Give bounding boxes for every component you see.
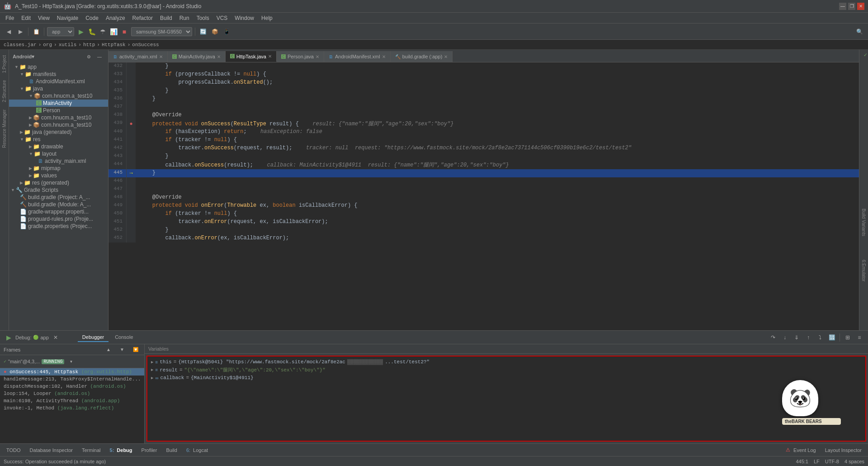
btab-logcat[interactable]: 6: Logcat [182, 446, 212, 454]
var-item-callback[interactable]: ▶ ∞ callback = {MainActivity$1@4911} [149, 374, 863, 381]
tab-person-java[interactable]: 🅲 Person.java ✕ [277, 51, 324, 62]
app-selector[interactable]: app [47, 27, 74, 36]
frame-item-4[interactable]: main:6198, ActivityThread (android.app) [0, 397, 144, 404]
tab-androidmanifest-xml[interactable]: 🗎 AndroidManifest.xml ✕ [324, 51, 391, 62]
debug-step-into[interactable]: ↓ [780, 333, 790, 342]
breadcrumb-onsuccess[interactable]: onSuccess [132, 42, 159, 48]
breadcrumb-xutils[interactable]: xutils [59, 42, 77, 48]
var-expand-this[interactable]: ▶ [151, 360, 153, 365]
frame-item-5[interactable]: invoke:-1, Method (java.lang.reflect) [0, 404, 144, 412]
sdk-manager-button[interactable]: 📦 [210, 27, 220, 37]
frame-item-0[interactable]: ● onSuccess:445, HttpTask (org.xutils.ht… [0, 368, 144, 376]
tree-item-package3[interactable]: ▶ 📦com.hnucm.a_test10 [9, 121, 108, 128]
tree-item-package1[interactable]: ▼ 📦com.hnucm.a_test10 [9, 92, 108, 100]
breadcrumb-http[interactable]: http [83, 42, 95, 48]
tree-item-layout[interactable]: ▼ 📁layout [9, 150, 108, 157]
sync-button[interactable]: 🔄 [198, 27, 208, 37]
tree-item-java[interactable]: ▼ 📁java [9, 85, 108, 92]
recent-files-button[interactable]: 📋 [31, 27, 41, 37]
tab-close-activity-main[interactable]: ✕ [159, 54, 163, 59]
tree-item-gradle-properties[interactable]: 📄gradle.properties (Projec... [9, 223, 108, 230]
tab-close-mainactivity[interactable]: ✕ [217, 54, 221, 59]
debug-button[interactable]: 🐛 [87, 27, 97, 37]
breadcrumb-org[interactable]: org [43, 42, 52, 48]
tab-close-gradle[interactable]: ✕ [444, 54, 448, 59]
debug-force-step-into[interactable]: ⇓ [792, 333, 802, 342]
tree-item-package2[interactable]: ▶ 📦com.hnucm.a_test10 [9, 114, 108, 121]
menu-view[interactable]: View [34, 14, 53, 22]
btab-build[interactable]: Build [161, 446, 181, 454]
debug-evaluate[interactable]: 🔢 [827, 333, 837, 342]
frame-item-2[interactable]: dispatchMessage:102, Handler (android.os… [0, 383, 144, 390]
minimize-button[interactable]: — [839, 3, 846, 10]
btab-terminal[interactable]: Terminal [77, 446, 105, 454]
frame-item-3[interactable]: loop:154, Looper (android.os) [0, 390, 144, 397]
coverage-button[interactable]: ☂ [98, 27, 108, 37]
menu-window[interactable]: Window [231, 14, 258, 22]
tree-item-res[interactable]: ▼ 📁res [9, 136, 108, 143]
tree-item-person[interactable]: 🅲Person [9, 107, 108, 114]
back-navigation-button[interactable]: ◀ [4, 27, 14, 37]
maximize-button[interactable]: ❐ [848, 3, 855, 10]
tab-close-manifest[interactable]: ✕ [382, 54, 386, 59]
vtab-project[interactable]: 1:Project [0, 52, 8, 76]
var-expand-result[interactable]: ▶ [151, 367, 153, 372]
tab-build-gradle[interactable]: 🔨 build.gradle (:app) ✕ [391, 51, 453, 62]
tab-close-person[interactable]: ✕ [316, 54, 319, 59]
breadcrumb-classes[interactable]: classes.jar [4, 42, 37, 48]
btab-profiler[interactable]: Profiler [137, 446, 162, 454]
menu-build[interactable]: Build [156, 14, 176, 22]
btab-database-inspector[interactable]: Database Inspector [25, 446, 77, 454]
thread-selector[interactable]: ✓ "main"@4,3,... RUNNING ▼ [0, 355, 144, 368]
vtab-resource-manager[interactable]: Resource Manager [0, 106, 8, 152]
var-item-result[interactable]: ▶ ≡ result = "{\"name\":\"腿闰\",\"age\":2… [149, 366, 863, 374]
device-selector[interactable]: samsung SM-G9550 [131, 27, 192, 36]
btab-debug[interactable]: 5: Debug [105, 446, 137, 454]
menu-refactor[interactable]: Refactor [129, 14, 156, 22]
debug-close-button[interactable]: ✕ [51, 333, 61, 342]
tree-item-gradle-scripts[interactable]: ▼ 🔧Gradle Scripts [9, 186, 108, 194]
debug-tab-debugger[interactable]: Debugger [78, 333, 108, 342]
tree-item-mipmap[interactable]: ▶ 📁mipmap [9, 165, 108, 172]
debug-run-to-cursor[interactable]: ⤵ [815, 333, 825, 342]
menu-tools[interactable]: Tools [193, 14, 213, 22]
debug-restore-layout[interactable]: ⊞ [843, 333, 853, 342]
menu-code[interactable]: Code [82, 14, 102, 22]
sidebar-sync-button[interactable]: ⚙ [84, 52, 94, 62]
btab-todo[interactable]: TODO [2, 446, 25, 454]
tree-item-app[interactable]: ▼ 📁app [9, 63, 108, 71]
search-everywhere-button[interactable]: 🔍 [854, 27, 864, 37]
tree-item-manifests[interactable]: ▼ 📁manifests [9, 71, 108, 78]
menu-run[interactable]: Run [176, 14, 193, 22]
tree-item-build-gradle-project[interactable]: 🔨build.gradle (Project: A_... [9, 194, 108, 201]
profile-button[interactable]: 📊 [108, 27, 118, 37]
var-item-this[interactable]: ▶ ≡ this = {HttpTask@5041} "https://www.… [149, 358, 863, 366]
breadcrumb-httptask[interactable]: HttpTask [102, 42, 126, 48]
thread-dropdown[interactable]: ▼ [66, 357, 76, 366]
close-button[interactable]: ✕ [857, 3, 864, 10]
tab-activity-main-xml[interactable]: 🗎 activity_main.xml ✕ [108, 51, 168, 62]
avd-manager-button[interactable]: 📱 [222, 27, 231, 37]
vtab-build-variants[interactable]: Build Variants [860, 205, 868, 240]
frames-down-button[interactable]: ▼ [117, 345, 127, 355]
frame-item-1[interactable]: handleMessage:213, TaskProxy$InternalHan… [0, 376, 144, 383]
tree-item-mainactivity[interactable]: 🅲MainActivity [9, 100, 108, 107]
tree-item-values[interactable]: ▶ 📁values [9, 172, 108, 179]
var-expand-callback[interactable]: ▶ [151, 376, 153, 380]
menu-navigate[interactable]: Navigate [53, 14, 82, 22]
btab-layout-inspector[interactable]: Layout Inspector [821, 446, 866, 454]
debug-settings[interactable]: ≡ [854, 333, 864, 342]
tab-mainactivity-java[interactable]: 🅲 MainActivity.java ✕ [168, 51, 226, 62]
menu-vcs[interactable]: VCS [213, 14, 231, 22]
tree-item-java-generated[interactable]: ▶ 📁java (generated) [9, 128, 108, 136]
tab-close-httptask[interactable]: ✕ [268, 54, 272, 59]
sidebar-collapse-button[interactable]: — [94, 52, 104, 62]
debug-tab-console[interactable]: Console [110, 333, 137, 342]
tree-item-activity-main-xml[interactable]: 🗎activity_main.xml [9, 157, 108, 165]
debug-restart-button[interactable]: ▶ [4, 333, 14, 342]
tree-item-proguard[interactable]: 📄proguard-rules.pro (Proje... [9, 215, 108, 223]
btab-event-log[interactable]: ⚠ Event Log [781, 446, 821, 454]
frames-filter-button[interactable]: 🔽 [131, 345, 141, 355]
menu-edit[interactable]: Edit [18, 14, 34, 22]
vtab-emulator[interactable]: 6:Emulator [860, 256, 868, 285]
